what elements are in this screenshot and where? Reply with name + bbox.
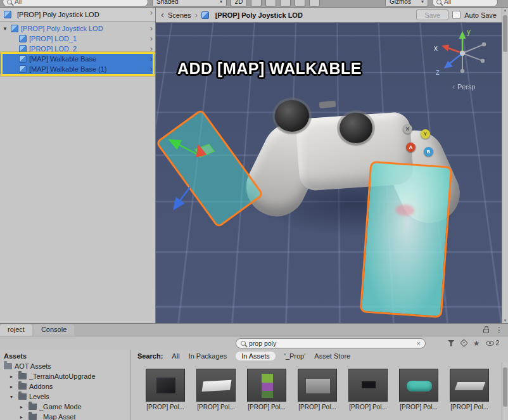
search-filter-row: Search: All In Packages In Assets '_Prop… [131,350,508,362]
search-icon [436,0,441,4]
scroll-up-icon[interactable]: ▲ [502,8,508,12]
scroll-down-icon[interactable]: ▼ [502,319,508,322]
prefab-open-chevron[interactable]: › [150,24,153,33]
tree-item-label: AOT Assets [15,362,51,370]
lock-icon[interactable] [483,329,489,333]
tree-item-assets[interactable]: Assets [0,351,130,361]
asset-label: [PROP] Pol... [400,404,437,410]
asset-item-4[interactable]: [PROP] Pol... [295,369,340,410]
scene-search-field[interactable]: All [432,0,498,7]
collapse-arrow-icon[interactable]: ▾ [10,394,16,400]
prefab-isolation-header[interactable]: [PROP] Poly Joystick LOD › [0,8,155,22]
hidden-objects-icon[interactable] [295,0,305,7]
search-by-type-icon[interactable] [448,340,455,347]
asset-item-6[interactable]: [PROP] Pol... [396,369,441,410]
save-button[interactable]: Save [416,10,448,20]
scrollbar-thumb[interactable] [503,367,507,407]
draw-mode-label: Shaded [156,0,178,5]
hierarchy-item-label: [PROP] LOD_2 [29,45,77,53]
hierarchy-item-walkable-base-1[interactable]: [MAP] Walkable Base (1) › [0,64,155,74]
hidden-count-indicator[interactable]: 2 [486,340,499,347]
gizmo-axis-handle[interactable] [482,42,486,46]
asset-item-2[interactable]: [PROP] Pol... [193,369,239,410]
expand-arrow-icon[interactable]: ▸ [20,404,26,410]
breadcrumb-separator-icon: › [195,11,198,20]
asset-grid-scrollbar[interactable] [502,362,508,420]
search-by-label-icon[interactable] [460,339,468,347]
scene-viewport[interactable]: X Y A B [156,23,502,323]
breadcrumb-scenes[interactable]: Scenes [168,11,191,19]
asset-item-1[interactable]: [PROP] Pol... [143,369,188,410]
project-search-field[interactable]: × [236,338,426,348]
tab-console[interactable]: Console [34,324,74,336]
gizmo-y-label: y [467,27,471,36]
expand-arrow-icon[interactable]: ▸ [10,374,16,379]
asset-item-7[interactable]: [PROP] Pol... [447,369,492,410]
hierarchy-item-walkable-base[interactable]: [MAP] Walkable Base › [0,54,155,64]
hierarchy-search-field[interactable]: All [3,0,148,7]
tree-item-addons[interactable]: ▸ Addons [0,381,130,391]
tree-item-map-asset[interactable]: ▸ _Map Asset [0,412,130,420]
collapse-arrow-icon: ‹ [452,82,455,91]
hierarchy-item-lod2[interactable]: [PROP] LOD_2 › [0,44,155,54]
save-search-icon[interactable]: ★ [473,340,480,347]
back-arrow-icon[interactable]: ‹ [161,10,164,19]
filter-all[interactable]: All [172,352,179,360]
asset-item-5[interactable]: [PROP] Pol... [345,369,391,410]
filter-asset-store[interactable]: Asset Store [314,352,350,360]
audio-toggle-icon[interactable] [265,0,276,7]
expand-arrow-icon[interactable]: ▼ [3,26,11,32]
expand-arrow-icon[interactable]: ▸ [10,384,16,390]
controller-button-y: Y [421,129,430,139]
filter-in-packages[interactable]: In Packages [189,352,227,360]
prefab-open-chevron[interactable]: › [150,65,153,73]
controller-logo [319,101,336,109]
project-search-input[interactable] [249,340,414,347]
asset-thumbnail [298,369,337,402]
asset-label: [PROP] Pol... [248,404,285,410]
hierarchy-item-label: [PROP] LOD_1 [29,35,77,42]
light-toggle-icon[interactable] [251,0,262,7]
asset-label: [PROP] Pol... [450,404,488,410]
hierarchy-item-root[interactable]: ▼ [PROP] Poly Joystick LOD › [0,23,155,34]
gizmo-y-cone[interactable] [459,31,466,39]
projection-toggle[interactable]: ‹ Persp [452,82,476,91]
grid-settings-icon[interactable] [309,0,320,7]
vertical-scrollbar[interactable]: ▲ ▼ [502,8,508,323]
gizmo-center[interactable] [460,51,465,56]
kebab-menu-icon[interactable]: ⋮ [495,326,503,334]
prefab-open-chevron[interactable]: › [150,34,153,43]
controller-button-b: B [424,147,433,156]
tree-item-levels[interactable]: ▾ Levels [0,391,130,402]
auto-save-checkbox[interactable] [452,11,460,19]
effects-toggle-icon[interactable] [280,0,291,7]
prefab-open-chevron[interactable]: › [150,44,153,53]
asset-browser: Search: All In Packages In Assets '_Prop… [131,350,508,420]
prefab-open-chevron[interactable]: › [150,54,153,63]
filter-in-assets[interactable]: In Assets [236,352,276,360]
gizmo-x-cone[interactable] [441,45,449,52]
orientation-gizmo[interactable]: y x z [429,24,499,82]
tree-item-game-mode[interactable]: ▸ _Game Mode [0,402,130,412]
folder-icon [18,383,27,390]
asset-label: [PROP] Pol... [349,404,386,410]
draw-mode-dropdown[interactable]: Shaded ▾ [152,0,227,7]
hidden-count-value: 2 [495,340,499,347]
tree-item-terrainautoupgrade[interactable]: ▸ _TerrainAutoUpgrade [0,371,130,381]
project-toolbar: × ★ 2 [0,336,508,350]
tab-project[interactable]: roject [0,324,32,336]
asset-item-3[interactable]: [PROP] Pol... [244,369,289,410]
gizmo-axis-handle[interactable] [481,59,485,63]
expand-arrow-icon[interactable]: ▸ [20,414,26,420]
scrollbar-thumb[interactable] [503,15,507,52]
clear-search-icon[interactable]: × [417,340,421,347]
controller-left-stick [275,100,309,132]
chevron-right-icon: › [150,8,153,17]
gizmo-axis-handle[interactable] [460,69,464,73]
gizmos-dropdown[interactable]: Gizmos ▾ [385,0,428,7]
2d-toggle-button[interactable]: 2D [231,0,247,7]
hierarchy-item-lod1[interactable]: [PROP] LOD_1 › [0,34,155,44]
walkable-area-right[interactable] [360,161,452,318]
filter-saved-search-prop[interactable]: '_Prop' [284,352,306,360]
tree-item-aot-assets[interactable]: AOT Assets [0,361,130,371]
